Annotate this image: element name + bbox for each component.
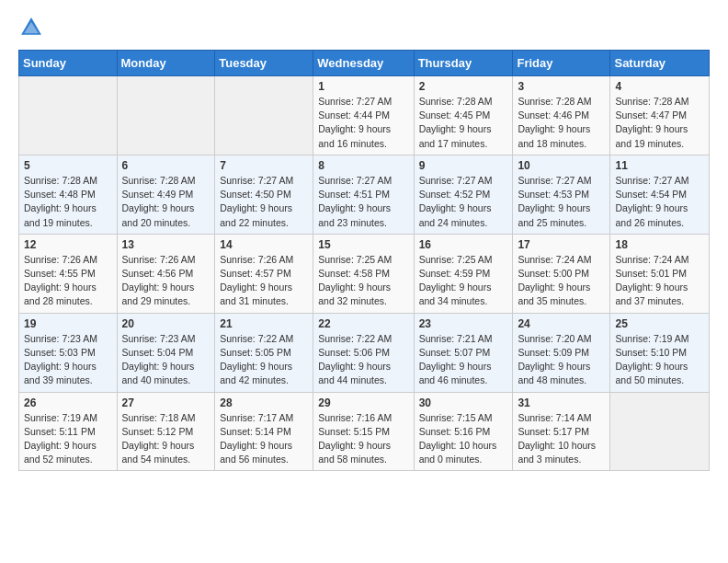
day-info: Sunrise: 7:16 AM Sunset: 5:15 PM Dayligh… [318,411,408,467]
day-cell-23: 23Sunrise: 7:21 AM Sunset: 5:07 PM Dayli… [414,313,513,392]
col-header-sunday: Sunday [19,51,118,76]
day-cell-15: 15Sunrise: 7:25 AM Sunset: 4:58 PM Dayli… [313,234,414,313]
day-number: 2 [419,80,508,93]
day-cell-28: 28Sunrise: 7:17 AM Sunset: 5:14 PM Dayli… [215,392,313,471]
logo-icon [18,15,44,40]
day-number: 17 [518,238,605,251]
day-info: Sunrise: 7:18 AM Sunset: 5:12 PM Dayligh… [122,411,210,467]
day-cell-21: 21Sunrise: 7:22 AM Sunset: 5:05 PM Dayli… [215,313,313,392]
col-header-saturday: Saturday [610,51,710,76]
day-info: Sunrise: 7:19 AM Sunset: 5:10 PM Dayligh… [615,332,704,388]
day-number: 8 [318,159,408,172]
day-number: 12 [24,238,112,251]
col-header-thursday: Thursday [414,51,513,76]
day-number: 23 [419,317,508,330]
day-cell-16: 16Sunrise: 7:25 AM Sunset: 4:59 PM Dayli… [414,234,513,313]
day-cell-18: 18Sunrise: 7:24 AM Sunset: 5:01 PM Dayli… [610,234,710,313]
day-info: Sunrise: 7:28 AM Sunset: 4:49 PM Dayligh… [122,174,210,230]
day-number: 24 [518,317,605,330]
day-cell-4: 4Sunrise: 7:28 AM Sunset: 4:47 PM Daylig… [610,76,710,155]
day-number: 27 [122,396,210,409]
day-number: 21 [220,317,308,330]
day-number: 11 [615,159,704,172]
day-number: 31 [518,396,605,409]
day-info: Sunrise: 7:23 AM Sunset: 5:04 PM Dayligh… [122,332,210,388]
calendar-header-row: SundayMondayTuesdayWednesdayThursdayFrid… [19,51,710,76]
page: SundayMondayTuesdayWednesdayThursdayFrid… [0,0,728,563]
day-number: 28 [220,396,308,409]
day-cell-20: 20Sunrise: 7:23 AM Sunset: 5:04 PM Dayli… [117,313,215,392]
day-number: 15 [318,238,408,251]
day-number: 6 [122,159,210,172]
day-cell-7: 7Sunrise: 7:27 AM Sunset: 4:50 PM Daylig… [215,155,313,234]
day-number: 22 [318,317,408,330]
day-info: Sunrise: 7:21 AM Sunset: 5:07 PM Dayligh… [419,332,508,388]
day-info: Sunrise: 7:28 AM Sunset: 4:45 PM Dayligh… [419,95,508,151]
day-cell-26: 26Sunrise: 7:19 AM Sunset: 5:11 PM Dayli… [19,392,118,471]
day-cell-11: 11Sunrise: 7:27 AM Sunset: 4:54 PM Dayli… [610,155,710,234]
day-info: Sunrise: 7:26 AM Sunset: 4:55 PM Dayligh… [24,253,112,309]
day-cell-17: 17Sunrise: 7:24 AM Sunset: 5:00 PM Dayli… [513,234,610,313]
day-info: Sunrise: 7:20 AM Sunset: 5:09 PM Dayligh… [518,332,605,388]
day-cell-6: 6Sunrise: 7:28 AM Sunset: 4:49 PM Daylig… [117,155,215,234]
day-number: 4 [615,80,704,93]
day-number: 20 [122,317,210,330]
day-info: Sunrise: 7:28 AM Sunset: 4:47 PM Dayligh… [615,95,704,151]
day-cell-13: 13Sunrise: 7:26 AM Sunset: 4:56 PM Dayli… [117,234,215,313]
empty-cell [117,76,215,155]
day-cell-9: 9Sunrise: 7:27 AM Sunset: 4:52 PM Daylig… [414,155,513,234]
day-info: Sunrise: 7:22 AM Sunset: 5:05 PM Dayligh… [220,332,308,388]
day-info: Sunrise: 7:25 AM Sunset: 4:58 PM Dayligh… [318,253,408,309]
day-info: Sunrise: 7:15 AM Sunset: 5:16 PM Dayligh… [419,411,508,467]
calendar-table: SundayMondayTuesdayWednesdayThursdayFrid… [18,50,710,471]
day-info: Sunrise: 7:19 AM Sunset: 5:11 PM Dayligh… [24,411,112,467]
col-header-monday: Monday [117,51,215,76]
week-row-3: 12Sunrise: 7:26 AM Sunset: 4:55 PM Dayli… [19,234,710,313]
day-number: 30 [419,396,508,409]
day-cell-5: 5Sunrise: 7:28 AM Sunset: 4:48 PM Daylig… [19,155,118,234]
day-info: Sunrise: 7:28 AM Sunset: 4:48 PM Dayligh… [24,174,112,230]
day-info: Sunrise: 7:27 AM Sunset: 4:51 PM Dayligh… [318,174,408,230]
day-cell-14: 14Sunrise: 7:26 AM Sunset: 4:57 PM Dayli… [215,234,313,313]
day-number: 16 [419,238,508,251]
empty-cell [215,76,313,155]
day-number: 25 [615,317,704,330]
day-cell-30: 30Sunrise: 7:15 AM Sunset: 5:16 PM Dayli… [414,392,513,471]
day-info: Sunrise: 7:14 AM Sunset: 5:17 PM Dayligh… [518,411,605,467]
col-header-tuesday: Tuesday [215,51,313,76]
day-number: 10 [518,159,605,172]
day-info: Sunrise: 7:25 AM Sunset: 4:59 PM Dayligh… [419,253,508,309]
day-number: 14 [220,238,308,251]
day-number: 18 [615,238,704,251]
day-cell-27: 27Sunrise: 7:18 AM Sunset: 5:12 PM Dayli… [117,392,215,471]
day-number: 29 [318,396,408,409]
day-info: Sunrise: 7:22 AM Sunset: 5:06 PM Dayligh… [318,332,408,388]
day-info: Sunrise: 7:26 AM Sunset: 4:56 PM Dayligh… [122,253,210,309]
day-cell-1: 1Sunrise: 7:27 AM Sunset: 4:44 PM Daylig… [313,76,414,155]
day-cell-2: 2Sunrise: 7:28 AM Sunset: 4:45 PM Daylig… [414,76,513,155]
day-info: Sunrise: 7:24 AM Sunset: 5:00 PM Dayligh… [518,253,605,309]
day-number: 19 [24,317,112,330]
day-info: Sunrise: 7:27 AM Sunset: 4:53 PM Dayligh… [518,174,605,230]
day-number: 5 [24,159,112,172]
day-cell-24: 24Sunrise: 7:20 AM Sunset: 5:09 PM Dayli… [513,313,610,392]
empty-cell [19,76,118,155]
day-number: 13 [122,238,210,251]
day-number: 9 [419,159,508,172]
header [18,15,710,40]
day-info: Sunrise: 7:26 AM Sunset: 4:57 PM Dayligh… [220,253,308,309]
week-row-1: 1Sunrise: 7:27 AM Sunset: 4:44 PM Daylig… [19,76,710,155]
day-info: Sunrise: 7:27 AM Sunset: 4:50 PM Dayligh… [220,174,308,230]
day-info: Sunrise: 7:28 AM Sunset: 4:46 PM Dayligh… [518,95,605,151]
day-info: Sunrise: 7:24 AM Sunset: 5:01 PM Dayligh… [615,253,704,309]
day-number: 26 [24,396,112,409]
day-info: Sunrise: 7:27 AM Sunset: 4:52 PM Dayligh… [419,174,508,230]
day-info: Sunrise: 7:27 AM Sunset: 4:54 PM Dayligh… [615,174,704,230]
week-row-2: 5Sunrise: 7:28 AM Sunset: 4:48 PM Daylig… [19,155,710,234]
day-cell-19: 19Sunrise: 7:23 AM Sunset: 5:03 PM Dayli… [19,313,118,392]
week-row-5: 26Sunrise: 7:19 AM Sunset: 5:11 PM Dayli… [19,392,710,471]
day-cell-25: 25Sunrise: 7:19 AM Sunset: 5:10 PM Dayli… [610,313,710,392]
day-cell-3: 3Sunrise: 7:28 AM Sunset: 4:46 PM Daylig… [513,76,610,155]
col-header-wednesday: Wednesday [313,51,414,76]
day-cell-31: 31Sunrise: 7:14 AM Sunset: 5:17 PM Dayli… [513,392,610,471]
